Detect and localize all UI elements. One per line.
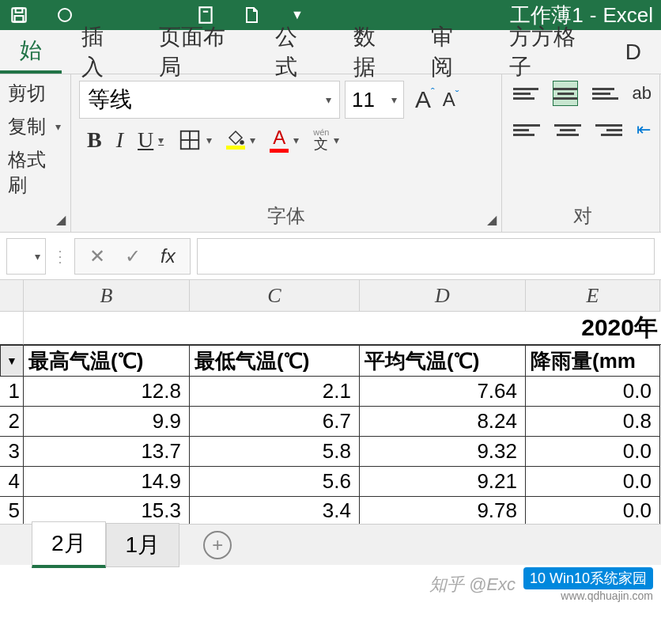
formula-input[interactable] [197, 238, 655, 275]
column-headers: B C D E [0, 280, 661, 312]
fill-color-button[interactable]: ▾ [226, 130, 255, 150]
align-left-button[interactable] [513, 117, 540, 142]
ribbon-tab-ffgz[interactable]: 方方格子 [489, 30, 606, 74]
table-row: 4 14.9 5.6 9.21 0.0 [0, 467, 661, 497]
align-middle-button[interactable] [553, 81, 578, 106]
sheet-tabs: 2月 1月 + [0, 524, 661, 565]
align-right-button[interactable] [595, 117, 622, 142]
confirm-formula-button[interactable]: ✓ [125, 245, 141, 267]
chevron-down-icon: ▾ [326, 93, 331, 106]
font-size-select[interactable]: 11 ▾ [345, 81, 404, 119]
header-avg-temp[interactable]: 平均气温(℃) [360, 345, 526, 377]
table-header-row: ▼ 最高气温(℃) 最低气温(℃) 平均气温(℃) 降雨量(mm [0, 345, 661, 377]
border-button[interactable]: ▾ [178, 128, 212, 152]
chevron-down-icon: ▾ [35, 250, 40, 263]
title-separator: - [590, 3, 597, 28]
decrease-font-button[interactable]: Aˇ [443, 89, 459, 111]
row-number[interactable]: 3 [0, 437, 24, 467]
ribbon-tab-insert[interactable]: 插入 [62, 30, 139, 74]
cell[interactable]: 14.9 [24, 467, 190, 497]
align-center-button[interactable] [554, 117, 581, 142]
cell[interactable]: 7.64 [360, 377, 526, 407]
cell[interactable]: 0.0 [526, 467, 660, 497]
column-header-C[interactable]: C [190, 280, 360, 312]
qat-icon-1[interactable] [54, 4, 76, 26]
copy-button[interactable]: 复制 ▾ [8, 114, 62, 139]
cell[interactable]: 0.0 [526, 437, 660, 467]
indent-button[interactable]: ⇤ [636, 119, 651, 140]
cell[interactable]: 9.78 [360, 497, 526, 524]
font-name-select[interactable]: 等线 ▾ [79, 81, 340, 119]
cut-button[interactable]: 剪切 [8, 81, 62, 106]
ribbon-tab-review[interactable]: 审阅 [411, 30, 489, 74]
pinyin-button[interactable]: wén 文 ▾ [313, 128, 339, 151]
column-header-D[interactable]: D [360, 280, 526, 312]
save-icon[interactable] [8, 4, 30, 26]
clipboard-expand-icon[interactable]: ◢ [56, 212, 66, 227]
align-bottom-button[interactable] [592, 81, 618, 106]
chevron-down-icon: ▾ [250, 134, 255, 146]
column-header-E[interactable]: E [526, 280, 660, 312]
ribbon-tab-home[interactable]: 始 [0, 30, 62, 74]
row-number[interactable]: 2 [0, 407, 24, 437]
alignment-group: ab ⇤ 对 [502, 74, 660, 232]
filter-button[interactable]: ▼ [0, 345, 24, 377]
align-group-label: 对 [513, 200, 652, 229]
add-sheet-button[interactable]: + [203, 531, 232, 559]
cell[interactable]: 15.3 [24, 497, 190, 524]
row-number[interactable]: 1 [0, 377, 24, 407]
font-color-button[interactable]: A ▾ [270, 127, 299, 153]
table-row: 1 12.8 2.1 7.64 0.0 [0, 377, 661, 407]
row-number[interactable]: 5 [0, 497, 24, 524]
ribbon-tab-formulas[interactable]: 公式 [255, 30, 333, 74]
fx-button[interactable]: fx [161, 245, 176, 267]
cell[interactable]: 5.8 [190, 437, 360, 467]
italic-button[interactable]: I [116, 127, 123, 153]
sheet-title[interactable]: 2020年 [24, 312, 661, 345]
cancel-formula-button[interactable]: ✕ [89, 245, 105, 267]
name-box[interactable]: ▾ [6, 238, 46, 275]
increase-font-button[interactable]: Aˆ [415, 86, 435, 113]
ribbon-tab-layout[interactable]: 页面布局 [139, 30, 255, 74]
sheet-tab-feb[interactable]: 2月 [32, 521, 106, 568]
site-url: www.qdhuajin.com [561, 589, 653, 602]
chevron-down-icon: ▾ [158, 134, 164, 146]
header-min-temp[interactable]: 最低气温(℃) [190, 345, 360, 377]
cell[interactable]: 9.21 [360, 467, 526, 497]
cell[interactable]: 0.8 [526, 407, 660, 437]
cell[interactable]: 9.32 [360, 437, 526, 467]
cell[interactable]: 6.7 [190, 407, 360, 437]
bold-button[interactable]: B [87, 127, 102, 153]
cell[interactable]: 13.7 [24, 437, 190, 467]
ribbon-tab-data[interactable]: 数据 [334, 30, 411, 74]
align-top-button[interactable] [513, 81, 538, 106]
ribbon-tab-more[interactable]: D [606, 30, 661, 74]
cell[interactable]: 2.1 [190, 377, 360, 407]
app-name: Excel [602, 3, 653, 28]
cell[interactable]: 8.24 [360, 407, 526, 437]
win10-logo: 10 Win10系统家园 [523, 567, 653, 589]
cell[interactable]: 0.0 [526, 377, 660, 407]
cell[interactable]: 9.9 [24, 407, 190, 437]
cell[interactable]: 12.8 [24, 377, 190, 407]
cell[interactable]: 0.0 [526, 497, 660, 524]
wrap-text-button[interactable]: ab [633, 83, 652, 104]
svg-point-9 [240, 141, 244, 144]
header-rainfall[interactable]: 降雨量(mm [526, 345, 660, 377]
header-max-temp[interactable]: 最高气温(℃) [24, 345, 190, 377]
table-row: 2 9.9 6.7 8.24 0.8 [0, 407, 661, 437]
chevron-down-icon: ▾ [206, 134, 212, 146]
cell[interactable]: 3.4 [190, 497, 360, 524]
underline-button[interactable]: U▾ [138, 127, 164, 153]
spreadsheet: B C D E 2020年 ▼ 最高气温(℃) 最低气温(℃) 平均气温(℃) … [0, 280, 661, 524]
font-expand-icon[interactable]: ◢ [487, 212, 497, 227]
column-header-B[interactable]: B [24, 280, 190, 312]
select-all-corner[interactable] [0, 280, 24, 312]
svg-rect-4 [199, 7, 211, 23]
sheet-tab-jan[interactable]: 1月 [106, 523, 180, 567]
row-number[interactable]: 4 [0, 467, 24, 497]
cell[interactable]: 5.6 [190, 467, 360, 497]
format-painter-button[interactable]: 格式刷 [8, 147, 62, 198]
svg-rect-1 [16, 8, 23, 12]
new-file-icon[interactable] [240, 4, 263, 26]
